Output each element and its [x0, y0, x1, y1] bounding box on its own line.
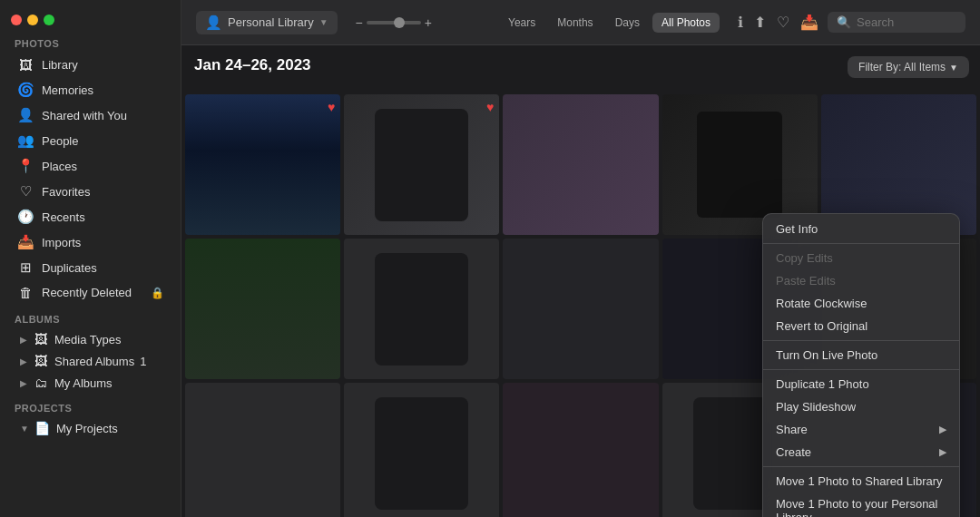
- trash-icon: 🗑: [16, 285, 34, 300]
- filter-chevron-icon: ▼: [949, 63, 958, 73]
- zoom-slider[interactable]: [367, 21, 421, 24]
- menu-item-move-shared[interactable]: Move 1 Photo to Shared Library: [763, 470, 959, 493]
- photo-cell[interactable]: [503, 239, 658, 379]
- person-icon: 👤: [205, 15, 222, 31]
- favorite-icon: ♥: [328, 100, 335, 114]
- library-icon: 🖼: [16, 57, 34, 73]
- photo-cell[interactable]: [503, 383, 658, 517]
- menu-item-revert[interactable]: Revert to Original: [763, 315, 959, 337]
- minimize-button[interactable]: [27, 15, 38, 25]
- sidebar-item-library-label: Library: [42, 58, 78, 72]
- sidebar-item-favorites-label: Favorites: [42, 185, 90, 199]
- sidebar-item-media-types[interactable]: ▶ 🖼 Media Types: [5, 329, 175, 349]
- sidebar-item-places[interactable]: 📍 Places: [5, 154, 175, 178]
- favorites-icon: ♡: [16, 183, 34, 200]
- menu-item-rotate-cw[interactable]: Rotate Clockwise: [763, 292, 959, 315]
- sidebar-item-recently-deleted[interactable]: 🗑 Recently Deleted 🔒: [5, 281, 175, 304]
- sidebar-my-projects-label: My Projects: [56, 422, 118, 435]
- albums-section-label: Albums: [0, 305, 181, 328]
- topbar: 👤 Personal Library ▼ − + Years Months Da…: [181, 0, 980, 45]
- submenu-arrow-icon: ▶: [939, 446, 946, 458]
- info-icon[interactable]: ℹ: [738, 14, 743, 31]
- sidebar-item-duplicates[interactable]: ⊞ Duplicates: [5, 256, 175, 279]
- shared-albums-badge: 1: [140, 355, 146, 368]
- my-albums-icon: 🗂: [33, 376, 49, 390]
- library-selector[interactable]: 👤 Personal Library ▼: [196, 11, 338, 34]
- menu-item-live-photo[interactable]: Turn On Live Photo: [763, 344, 959, 366]
- sidebar: Photos 🖼 Library 🌀 Memories 👤 Shared wit…: [0, 0, 181, 517]
- photos-section-label: Photos: [0, 29, 181, 53]
- menu-item-move-personal[interactable]: Move 1 Photo to your Personal Library: [763, 493, 959, 517]
- share-icon[interactable]: ⬆: [754, 14, 766, 31]
- view-months-button[interactable]: Months: [548, 13, 602, 33]
- sidebar-item-imports[interactable]: 📥 Imports: [5, 230, 175, 254]
- menu-separator: [763, 369, 959, 370]
- menu-item-get-info[interactable]: Get Info: [763, 218, 959, 240]
- zoom-in-button[interactable]: +: [425, 15, 432, 30]
- menu-item-copy-edits: Copy Edits: [763, 247, 959, 269]
- copy-edits-label: Copy Edits: [776, 251, 833, 265]
- maximize-button[interactable]: [44, 15, 54, 25]
- view-years-button[interactable]: Years: [499, 13, 544, 33]
- move-personal-label: Move 1 Photo to your Personal Library: [776, 497, 946, 517]
- sidebar-item-recents[interactable]: 🕐 Recents: [5, 205, 175, 229]
- zoom-out-button[interactable]: −: [356, 15, 363, 30]
- heart-icon[interactable]: ♡: [777, 14, 789, 31]
- topbar-actions: ℹ ⬆ ♡ 📥: [738, 14, 818, 31]
- move-shared-label: Move 1 Photo to Shared Library: [776, 474, 943, 488]
- search-box: 🔍: [828, 12, 965, 33]
- photo-cell[interactable]: ♥: [185, 94, 340, 235]
- revert-label: Revert to Original: [776, 319, 867, 333]
- photo-cell[interactable]: [503, 94, 658, 235]
- menu-item-play-slideshow[interactable]: Play Slideshow: [763, 395, 959, 418]
- people-icon: 👥: [16, 132, 34, 149]
- projects-icon: 📄: [34, 421, 51, 435]
- paste-edits-label: Paste Edits: [776, 274, 836, 288]
- menu-item-paste-edits: Paste Edits: [763, 269, 959, 292]
- sidebar-item-library[interactable]: 🖼 Library: [5, 54, 175, 76]
- sidebar-item-memories-label: Memories: [42, 83, 93, 97]
- view-days-button[interactable]: Days: [606, 13, 649, 33]
- lock-icon: 🔒: [151, 287, 164, 299]
- sidebar-item-memories[interactable]: 🌀 Memories: [5, 78, 175, 102]
- library-name: Personal Library: [228, 15, 314, 29]
- import-icon[interactable]: 📥: [800, 14, 818, 31]
- expand-icon: ▼: [20, 424, 29, 434]
- create-label: Create: [776, 445, 811, 459]
- play-slideshow-label: Play Slideshow: [776, 400, 856, 414]
- sidebar-item-deleted-label: Recently Deleted: [42, 286, 132, 299]
- share-label: Share: [776, 423, 808, 436]
- sidebar-item-people-label: People: [42, 134, 78, 148]
- sidebar-media-types-label: Media Types: [54, 333, 121, 346]
- context-menu: Get Info Copy Edits Paste Edits Rotate C…: [762, 213, 960, 517]
- sidebar-item-recents-label: Recents: [42, 210, 85, 224]
- menu-item-share[interactable]: Share ▶: [763, 418, 959, 441]
- chevron-down-icon: ▼: [319, 17, 328, 27]
- sidebar-item-my-projects[interactable]: ▼ 📄 My Projects: [5, 418, 175, 438]
- main-content: 👤 Personal Library ▼ − + Years Months Da…: [181, 0, 980, 517]
- sidebar-item-my-albums[interactable]: ▶ 🗂 My Albums: [5, 373, 175, 393]
- photo-cell[interactable]: [344, 239, 499, 379]
- filter-label: Filter By: All Items: [858, 61, 946, 73]
- view-all-photos-button[interactable]: All Photos: [652, 13, 720, 33]
- filter-button[interactable]: Filter By: All Items ▼: [848, 56, 969, 78]
- memories-icon: 🌀: [16, 82, 34, 98]
- get-info-label: Get Info: [776, 222, 818, 236]
- close-button[interactable]: [11, 15, 22, 25]
- shared-icon: 👤: [16, 107, 34, 123]
- photo-cell[interactable]: [185, 383, 340, 517]
- menu-item-duplicate[interactable]: Duplicate 1 Photo: [763, 373, 959, 395]
- date-label: Jan 24–26, 2023: [194, 56, 311, 74]
- places-icon: 📍: [16, 158, 34, 174]
- photo-cell[interactable]: ♥: [344, 94, 499, 235]
- sidebar-item-people[interactable]: 👥 People: [5, 129, 175, 152]
- search-icon: 🔍: [837, 15, 851, 29]
- sidebar-item-favorites[interactable]: ♡ Favorites: [5, 180, 175, 203]
- shared-albums-icon: 🖼: [33, 354, 49, 368]
- sidebar-item-shared-with-you[interactable]: 👤 Shared with You: [5, 103, 175, 127]
- photo-cell[interactable]: [344, 383, 499, 517]
- search-input[interactable]: [857, 15, 956, 29]
- menu-item-create[interactable]: Create ▶: [763, 441, 959, 463]
- photo-cell[interactable]: [185, 239, 340, 379]
- sidebar-item-shared-albums[interactable]: ▶ 🖼 Shared Albums 1: [5, 351, 175, 371]
